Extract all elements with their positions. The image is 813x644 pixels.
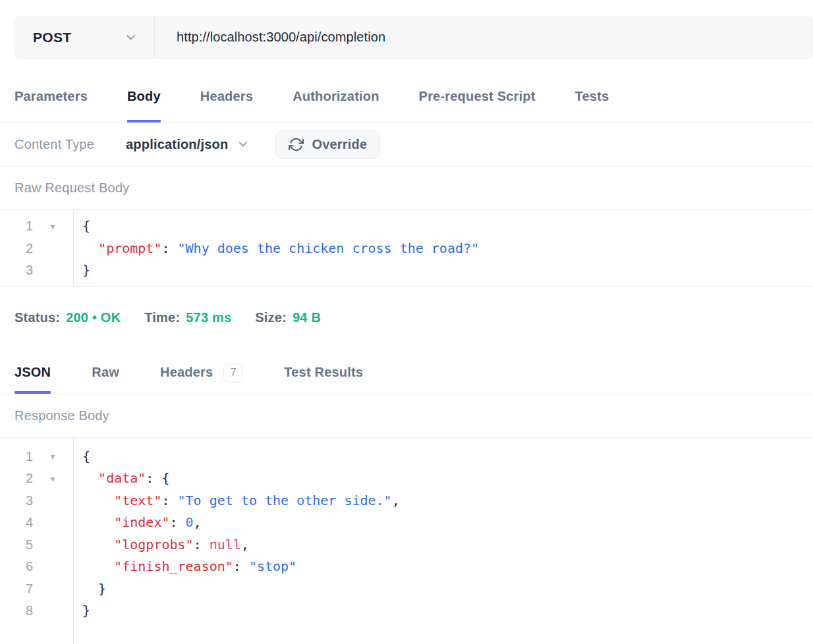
fold-toggle-icon[interactable]: ▾ (33, 221, 72, 232)
code-line[interactable]: "text": "To get to the other side.", (82, 490, 813, 512)
gutter-row: 8 (0, 600, 73, 622)
code-token: , (392, 493, 400, 508)
code-line[interactable]: "finish_reason": "stop" (82, 556, 813, 578)
code-token: : (161, 493, 177, 508)
code-token (82, 493, 114, 508)
gutter-row: 6 (0, 556, 73, 578)
time-label: Time: (144, 310, 180, 325)
line-number: 6 (0, 559, 33, 574)
content-type-select[interactable]: application/json (126, 137, 248, 152)
tab-authorization[interactable]: Authorization (293, 59, 379, 122)
code-line[interactable]: "index": 0, (82, 512, 813, 534)
code-token: , (194, 514, 202, 530)
request-editor-gutter: 1 ▾ 2 3 (0, 210, 74, 286)
tab-response-headers-label: Headers (160, 365, 213, 380)
headers-count-badge: 7 (223, 363, 243, 383)
tab-headers[interactable]: Headers (200, 59, 253, 122)
refresh-icon (289, 137, 304, 152)
status-group: Status: 200 • OK (14, 310, 121, 348)
line-number: 3 (0, 263, 33, 278)
code-token: "prompt" (98, 240, 161, 256)
gutter-row: 4 (0, 512, 73, 534)
api-client-app: POST http://localhost:3000/api/completio… (0, 16, 813, 644)
code-token: "Why does the chicken cross the road?" (178, 240, 480, 256)
tab-pre-request-script[interactable]: Pre-request Script (419, 59, 536, 122)
code-token (82, 558, 114, 574)
method-label: POST (33, 30, 71, 45)
tab-response-headers[interactable]: Headers 7 (160, 348, 243, 394)
gutter-row: 1 ▾ (0, 446, 73, 468)
code-line[interactable]: "data": { (82, 468, 813, 490)
response-editor-gutter: 1 ▾ 2 ▾ 3 4 5 6 7 8 (0, 438, 74, 644)
code-line[interactable]: "logprobs": null, (82, 534, 813, 556)
code-token: } (82, 262, 90, 278)
gutter-row: 7 (0, 578, 73, 601)
line-number: 2 (0, 241, 33, 256)
override-button-label: Override (312, 137, 367, 152)
code-line[interactable]: } (82, 578, 813, 601)
chevron-down-icon (126, 34, 136, 41)
code-line[interactable]: { (82, 215, 813, 238)
gutter-row: 3 (0, 490, 73, 512)
time-group: Time: 573 ms (144, 310, 231, 348)
gutter-row: 2 ▾ (0, 468, 73, 490)
code-token (82, 470, 98, 486)
method-selector[interactable]: POST (15, 16, 155, 58)
fold-toggle-icon[interactable]: ▾ (33, 451, 72, 462)
tab-tests[interactable]: Tests (575, 59, 609, 122)
status-label: Status: (14, 310, 60, 325)
fold-toggle-icon[interactable]: ▾ (33, 473, 72, 484)
override-button[interactable]: Override (275, 130, 380, 159)
request-body-editor[interactable]: 1 ▾ 2 3 { "prompt": "Why does the chicke… (0, 210, 813, 287)
line-number: 4 (0, 515, 33, 530)
size-value: 94 B (293, 310, 321, 325)
response-body-title: Response Body (0, 394, 813, 438)
code-token: : { (146, 470, 169, 486)
gutter-row: 1 ▾ (0, 215, 73, 238)
code-token: "data" (98, 470, 146, 486)
code-token: "logprobs" (114, 537, 193, 552)
code-token: { (82, 448, 90, 464)
code-token: "stop" (249, 558, 296, 574)
code-line[interactable]: } (82, 259, 813, 282)
response-tabs: JSON Raw Headers 7 Test Results (0, 348, 813, 394)
code-token: } (82, 581, 106, 597)
code-token (82, 537, 114, 552)
code-token: : (169, 514, 185, 530)
tab-json[interactable]: JSON (14, 348, 51, 394)
line-number: 7 (0, 581, 33, 597)
line-number: 8 (0, 603, 33, 618)
response-status-bar: Status: 200 • OK Time: 573 ms Size: 94 B (0, 287, 813, 348)
gutter-row: 5 (0, 534, 73, 556)
gutter-row: 3 (0, 259, 73, 282)
code-token: "To get to the other side." (178, 493, 392, 508)
size-group: Size: 94 B (255, 310, 321, 348)
line-number: 5 (0, 537, 33, 552)
code-token: "text" (114, 493, 161, 508)
line-number: 1 (0, 219, 33, 234)
chevron-down-icon (238, 142, 248, 148)
content-type-value: application/json (126, 137, 228, 152)
code-token: { (82, 218, 90, 234)
line-number: 2 (0, 471, 33, 486)
url-input[interactable]: http://localhost:3000/api/completion (155, 16, 812, 58)
response-editor-code: { "data": { "text": "To get to the other… (74, 438, 813, 644)
code-line[interactable]: { (82, 446, 813, 468)
code-token: : (194, 537, 210, 552)
code-token: : (161, 240, 177, 256)
tab-parameters[interactable]: Parameters (14, 59, 88, 122)
code-token: "index" (114, 514, 169, 530)
tab-body[interactable]: Body (127, 59, 161, 122)
code-token: , (241, 537, 249, 552)
code-token: } (82, 603, 90, 618)
code-line[interactable]: "prompt": "Why does the chicken cross th… (82, 238, 813, 260)
tab-test-results[interactable]: Test Results (284, 348, 363, 394)
line-number: 1 (0, 449, 33, 464)
tab-raw[interactable]: Raw (92, 348, 119, 394)
content-type-row: Content Type application/json Override (0, 123, 813, 167)
request-editor-code: { "prompt": "Why does the chicken cross … (74, 210, 813, 286)
code-line[interactable]: } (82, 600, 813, 622)
request-tabs: Parameters Body Headers Authorization Pr… (0, 59, 813, 123)
response-body-editor[interactable]: 1 ▾ 2 ▾ 3 4 5 6 7 8 (0, 438, 813, 644)
code-token: "finish_reason" (114, 558, 233, 574)
